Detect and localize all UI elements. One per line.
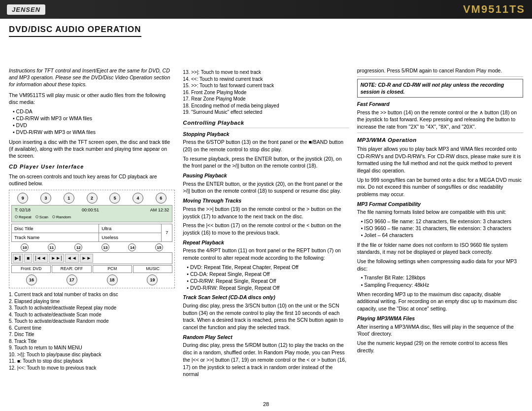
media-item-3: DVD: [13, 122, 175, 129]
jensen-logo: JENSEN: [7, 4, 45, 15]
side-num-7: 7: [162, 224, 172, 242]
cd-section-heading: CD Player User Interface: [9, 163, 175, 171]
format-item-1: ISO 9660 – file name: 12 characters, fil…: [361, 218, 523, 225]
btn-14[interactable]: 14: [128, 243, 136, 251]
repeat-text: Press the 4/RPT button (11) on front pan…: [183, 247, 349, 261]
mp3-intro: This player allows you to play back MP3 …: [357, 145, 523, 174]
header: JENSEN VM9511TS: [0, 0, 532, 19]
mp3-format-text: The file naming formats listed below are…: [357, 208, 523, 216]
playing-text: After inserting a MP3/WMA disc, files wi…: [357, 323, 523, 338]
divider-1: [357, 76, 523, 77]
display-row1: T: 02/18 00:00:51 AM 12:32: [15, 207, 169, 213]
btn-13[interactable]: 13: [101, 243, 109, 251]
disc-track-table: Disc Title Ultra 7 Track Name Useless: [11, 224, 172, 242]
btn-2[interactable]: 2: [87, 193, 98, 204]
list-item-7: 7. Disc Title: [9, 331, 175, 338]
stop-btn[interactable]: ■: [24, 254, 32, 263]
numbered-list: 1. Current track and total number of tra…: [9, 291, 175, 371]
compress-text: Use the following settings when compress…: [357, 258, 523, 272]
mid-list-13: 13. >>|: Touch to move to next track: [183, 69, 349, 76]
repeat-item-3: CD-R/RW: Repeat Single, Repeat Off: [187, 277, 349, 284]
track-name-label: Track Name: [12, 233, 99, 241]
list-item-5: 5. Touch to activate/deactivate Random m…: [9, 318, 175, 325]
right-column: progression. Press 5/RDM again to cancel…: [357, 67, 523, 406]
btn-16[interactable]: 16: [26, 274, 37, 285]
play-pause-btn[interactable]: ▶‖: [13, 254, 23, 263]
bottom-labels: Front: DVD REAR: OFF PCM MUSIC: [11, 265, 172, 273]
moving-text2: Press the |<< button (17) on the remote …: [183, 222, 349, 236]
list-item-11: 11. ■: Touch to stop disc playback: [9, 358, 175, 365]
front-label: Front: DVD: [11, 265, 51, 273]
list-item-3: 3. Touch to activate/deactivate Repeat p…: [9, 305, 175, 311]
btn-10[interactable]: 10: [21, 243, 29, 251]
moving-text1: Press the >>| button (19) on the remote …: [183, 206, 349, 220]
list-item-6: 6. Current time: [9, 325, 175, 332]
disc-title-row: Disc Title Ultra 7: [12, 224, 172, 233]
btn-5[interactable]: 5: [109, 193, 120, 204]
stopping-heading: Stopping Playback: [183, 131, 349, 138]
mid-list-15: 15. >>: Touch to fast forward current tr…: [183, 82, 349, 89]
content-area: DVD/DISC AUDIO OPERATION Instructions fo…: [0, 19, 532, 411]
btn-12[interactable]: 12: [74, 243, 82, 251]
next-track-btn[interactable]: ►►|: [49, 254, 64, 263]
track-name-value: Useless: [99, 233, 162, 241]
disc-title-label: Disc Title: [12, 224, 99, 233]
btn-1[interactable]: 1: [64, 193, 74, 204]
rewind-btn[interactable]: ◄◄: [65, 254, 79, 263]
prev-track-btn[interactable]: |◄◄: [33, 254, 48, 263]
btn-15[interactable]: 15: [155, 243, 163, 251]
btn-9[interactable]: 9: [17, 193, 28, 204]
mid-list-18: 18. Encoding method of media being playe…: [183, 103, 349, 109]
mid-list-16: 16. Front Zone Playing Mode: [183, 89, 349, 96]
btn-4[interactable]: 4: [133, 193, 143, 204]
controls-row: ▶‖ ■ |◄◄ ►►| ◄◄ ►►: [11, 252, 172, 264]
repeat-scan-row: Repeat Scan Random: [15, 214, 169, 220]
disc-title-value: Ultra: [99, 224, 162, 233]
repeat-list: DVD: Repeat Title, Repeat Chapter, Repea…: [187, 264, 349, 292]
list-item-12: 12. |<<: Touch to move to previous track: [9, 365, 175, 372]
fast-forward-text: Press the >> button (14) on the remote c…: [357, 109, 523, 131]
btn-3[interactable]: 3: [40, 193, 51, 204]
random-text: During disc play, press the 5/RDM button…: [183, 342, 349, 377]
page-title-row: DVD/DISC AUDIO OPERATION: [9, 25, 523, 63]
track-name-row: Track Name Useless: [12, 233, 172, 241]
fast-fwd-btn[interactable]: ►►: [80, 254, 94, 263]
display-elapsed: 00:00:51: [82, 207, 99, 213]
repeat-item-2: CD-DA: Repeat Single, Repeat Off: [187, 271, 349, 277]
mp3-format-heading: MP3 Format Compatibility: [357, 201, 523, 208]
page-number: 28: [263, 401, 269, 407]
fast-forward-heading: Fast Forward: [357, 101, 523, 108]
mid-list-19: 19. "Surround Music" effect selected: [183, 109, 349, 116]
numeric-text: Use the numeric keypad (29) on the remot…: [357, 340, 523, 354]
format-item-3: Joliet – 64 characters: [361, 232, 523, 239]
divider-2: [357, 133, 523, 133]
btn-19[interactable]: 19: [147, 274, 158, 285]
media-item-2: CD-R/RW with MP3 or WMA files: [13, 115, 175, 122]
model-number: VM9511TS: [463, 3, 525, 16]
btn-6[interactable]: 6: [156, 193, 166, 204]
rear-label: REAR: OFF: [52, 265, 91, 273]
track-scan-heading: Track Scan Select (CD-DA discs only): [183, 294, 349, 301]
left-column: Instructions for TFT control and Insert/…: [9, 67, 175, 406]
intro-normal-text: The VM9511TS will play music or other au…: [9, 92, 175, 105]
media-item-1: CD-DA: [13, 108, 175, 115]
pcm-label: PCM: [93, 265, 132, 273]
controlling-heading: Controlling Playback: [183, 119, 349, 128]
list-item-2: 2. Elapsed playing time: [9, 298, 175, 305]
list-item-8: 8. Track Title: [9, 338, 175, 345]
display-am: AM 12:32: [150, 207, 169, 213]
format-list: ISO 9660 – file name: 12 characters, fil…: [361, 218, 523, 239]
display-time: T: 02/18: [15, 207, 31, 213]
btn-11[interactable]: 11: [48, 243, 56, 251]
compress-item-1: Transfer Bit Rate: 128kbps: [361, 274, 523, 281]
display-area: T: 02/18 00:00:51 AM 12:32 Repeat Scan R…: [11, 205, 172, 222]
playing-heading: Playing MP3/WMA Files: [357, 315, 523, 322]
radio-repeat: Repeat: [15, 214, 32, 220]
page-title: DVD/DISC AUDIO OPERATION: [9, 25, 141, 37]
radio-random: Random: [52, 214, 71, 220]
cd-section-text: The on-screen controls and touch key are…: [9, 173, 175, 187]
btn-18[interactable]: 18: [107, 274, 118, 285]
note-text: NOTE: CD-R and CD-RW will not play unles…: [361, 82, 504, 95]
list-item-9: 9. Touch to return to MAIN MENU: [9, 344, 175, 351]
btn-17[interactable]: 17: [66, 274, 77, 285]
